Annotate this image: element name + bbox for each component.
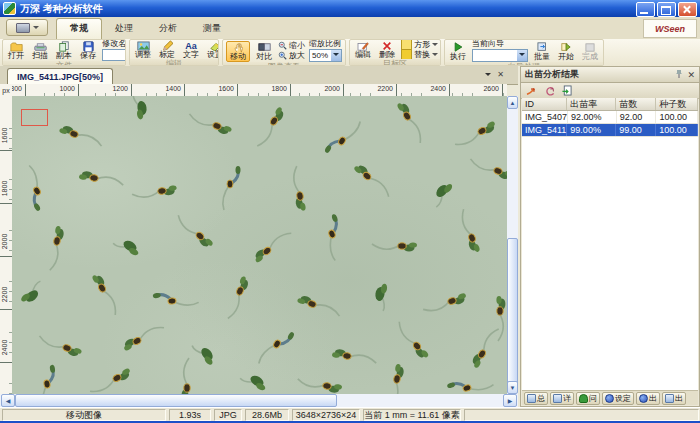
panel-footer-button[interactable]: 出 xyxy=(662,392,686,405)
column-header[interactable]: ID xyxy=(522,98,567,110)
pin-icon[interactable] xyxy=(675,69,683,81)
horizontal-scroll-thumb[interactable] xyxy=(15,394,337,407)
chevron-down-icon xyxy=(33,26,39,32)
column-header[interactable]: 出苗率 xyxy=(567,98,616,110)
vertical-scrollbar[interactable]: ▲ ▼ xyxy=(507,96,518,394)
undo-icon[interactable] xyxy=(542,85,556,97)
close-button[interactable] xyxy=(678,2,697,17)
scan-button[interactable]: 扫描 xyxy=(30,41,50,60)
tab-general[interactable]: 常规 xyxy=(56,18,102,39)
restore-button[interactable] xyxy=(657,2,676,17)
tab-process[interactable]: 处理 xyxy=(102,19,146,39)
ruler-tick-label: 1000 xyxy=(45,85,75,92)
start-icon xyxy=(561,42,571,53)
circle-icon xyxy=(605,394,614,403)
scroll-down-icon[interactable]: ▼ xyxy=(507,381,518,394)
ruler-tick-label: 2200 xyxy=(1,280,8,310)
tab-close-icon[interactable]: ✕ xyxy=(497,70,504,79)
tab-analysis[interactable]: 分析 xyxy=(146,19,190,39)
wizard-combobox[interactable] xyxy=(472,49,528,62)
combo-dropdown-icon[interactable] xyxy=(517,50,527,61)
ruler-major-tick xyxy=(290,84,291,96)
ruler-major-tick xyxy=(343,84,344,96)
vertical-scroll-thumb[interactable] xyxy=(507,238,518,386)
zoom-out-button[interactable]: 缩小 xyxy=(278,42,305,51)
minimize-button[interactable] xyxy=(636,2,655,17)
target-delete-button[interactable]: 删除 xyxy=(377,40,397,59)
seed xyxy=(258,325,295,372)
zoom-in-button[interactable]: 放大 xyxy=(278,52,305,61)
group-image-view: 移动 对比 缩小 放大 缩放比例 xyxy=(222,39,346,66)
seed xyxy=(454,120,497,150)
seed xyxy=(182,358,191,394)
seed xyxy=(223,166,241,210)
ruler-major-tick xyxy=(184,84,185,96)
table-cell: 100.00 xyxy=(656,111,698,123)
target-edit-button[interactable]: 编辑 xyxy=(353,40,373,59)
column-header[interactable]: 种子数 xyxy=(656,98,698,110)
calibrate-button[interactable]: 标定 xyxy=(157,40,177,59)
group-caption-edit: 编辑 xyxy=(130,59,218,66)
table-row[interactable]: IMG_540792.00%92.00100.00 xyxy=(522,111,698,124)
ruler-major-tick xyxy=(131,84,132,96)
text-button[interactable]: Aa 文字 xyxy=(181,40,201,59)
tab-list-dropdown-icon[interactable] xyxy=(485,73,491,79)
run-button[interactable]: 执行 xyxy=(448,42,468,61)
export-arrow-icon[interactable] xyxy=(524,85,538,97)
status-scale: 当前 1 mm = 11.61 像素 xyxy=(363,409,461,421)
ruler-major-tick xyxy=(237,84,238,96)
tab-measure[interactable]: 测量 xyxy=(190,19,234,39)
rename-label: 修改名称 xyxy=(102,40,126,48)
panel-footer-button[interactable]: 详 xyxy=(550,392,574,405)
seed xyxy=(152,286,198,311)
ruler-tick-label: 2000 xyxy=(1,227,8,257)
seed xyxy=(446,369,493,394)
group-wizard: 执行 当前向导 批量 开始 xyxy=(444,39,604,66)
save-button[interactable]: 保存 xyxy=(78,41,98,60)
start-button[interactable]: 开始 xyxy=(556,42,576,61)
batch-button[interactable]: 批量 xyxy=(532,42,552,61)
scroll-up-icon[interactable]: ▲ xyxy=(507,96,518,109)
adjust-button[interactable]: 调整 xyxy=(133,40,153,59)
window-icon xyxy=(527,394,536,403)
seed-layer xyxy=(12,96,507,394)
panel-footer-button[interactable]: 总 xyxy=(524,392,548,405)
brand-logo: WSeen xyxy=(643,19,697,38)
replace-tool-button[interactable]: 替换 xyxy=(401,50,438,59)
application-menu-button[interactable] xyxy=(6,19,48,36)
chevron-down-icon[interactable] xyxy=(432,43,438,49)
scroll-right-icon[interactable]: ▶ xyxy=(503,394,517,407)
scroll-left-icon[interactable]: ◀ xyxy=(1,394,15,407)
window-icon xyxy=(665,394,674,403)
seed xyxy=(113,234,142,257)
contrast-button[interactable]: 对比 xyxy=(254,42,274,61)
ruler-tick-label: 1800 xyxy=(257,85,287,92)
table-row[interactable]: IMG_541199.00%99.00100.00 xyxy=(522,124,698,137)
panel-footer-button-label: 详 xyxy=(563,393,571,404)
column-header[interactable]: 苗数 xyxy=(616,98,656,110)
combo-dropdown-icon[interactable] xyxy=(331,50,341,61)
panel-footer-button[interactable]: 出 xyxy=(636,392,660,405)
ruler-major-tick xyxy=(396,84,397,96)
zoom-ratio-combobox[interactable]: 50% xyxy=(309,49,342,62)
settings-button[interactable]: 设置 xyxy=(205,40,219,59)
duplicate-button[interactable]: 副本 xyxy=(54,41,74,60)
image-canvas[interactable] xyxy=(12,96,507,394)
panel-footer-button[interactable]: 问 xyxy=(576,392,600,405)
seed xyxy=(19,281,47,307)
panel-close-icon[interactable]: ✕ xyxy=(687,70,695,80)
ruler-tick-label: 800 xyxy=(12,85,22,92)
square-tool-button[interactable]: 方形 xyxy=(401,40,438,49)
horizontal-scrollbar[interactable]: ◀ ▶ xyxy=(0,394,518,407)
ruler-tick-label: 1600 xyxy=(204,85,234,92)
open-button[interactable]: 打开 xyxy=(6,41,26,60)
table-cell: IMG_5407 xyxy=(522,111,568,123)
document-tab[interactable]: IMG_5411.JPG[50%] xyxy=(7,68,113,84)
move-button[interactable]: 移动 xyxy=(226,41,250,62)
panel-footer-button[interactable]: 设定 xyxy=(602,392,634,405)
rename-input[interactable] xyxy=(102,49,126,61)
table-header-row[interactable]: ID出苗率苗数种子数 xyxy=(522,98,698,111)
selection-rectangle[interactable] xyxy=(21,109,48,126)
export-report-icon[interactable] xyxy=(560,85,574,97)
group-caption-target-area: 目标区 xyxy=(350,59,440,66)
